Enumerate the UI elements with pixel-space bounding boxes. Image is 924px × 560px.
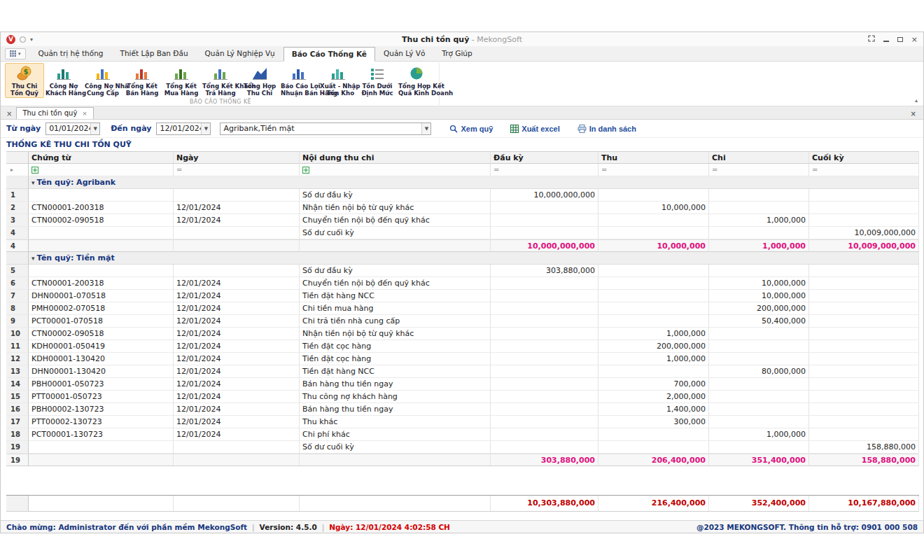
cell-cuoi-ky[interactable]: 158,880,000 bbox=[809, 441, 919, 454]
cell-ngay[interactable]: 12/01/2024 bbox=[174, 378, 300, 391]
cell-dau-ky[interactable] bbox=[491, 365, 598, 378]
menu-tab-2[interactable]: Quản Lý Nghiệp Vụ bbox=[197, 46, 284, 61]
group-collapse-icon[interactable]: ▾ bbox=[31, 255, 35, 262]
cell-chi[interactable] bbox=[709, 403, 809, 416]
cell-noi-dung[interactable]: Tiền đặt cọc hàng bbox=[300, 353, 491, 365]
cell-dau-ky[interactable] bbox=[491, 391, 598, 403]
table-row[interactable]: 4Số dư cuối kỳ10,009,000,000 bbox=[6, 227, 919, 239]
column-header-4[interactable]: Thu bbox=[598, 151, 709, 164]
cell-ngay[interactable]: 12/01/2024 bbox=[174, 277, 300, 290]
table-row[interactable]: 14PBH00001-05072312/01/2024Bán hàng thu … bbox=[6, 378, 919, 391]
cell-dau-ky[interactable] bbox=[491, 315, 598, 328]
table-row[interactable]: 17PTT00002-13072312/01/2024Thu khác300,0… bbox=[6, 416, 919, 428]
export-excel-button[interactable]: Xuất excel bbox=[504, 123, 566, 134]
doc-tab-thu-chi-ton-quy[interactable]: Thu chi tồn quỹ × bbox=[16, 107, 93, 119]
cell-chung-tu[interactable]: PCT00001-070518 bbox=[29, 315, 174, 328]
filter-cell-2[interactable] bbox=[300, 164, 491, 176]
cell-thu[interactable] bbox=[598, 265, 709, 277]
cell-dau-ky[interactable] bbox=[491, 428, 598, 441]
cell-chung-tu[interactable]: CTN00002-090518 bbox=[29, 214, 174, 227]
column-header-2[interactable]: Nội dung thu chi bbox=[300, 151, 491, 164]
cell-ngay[interactable]: 12/01/2024 bbox=[174, 416, 300, 428]
cell-ngay[interactable]: 12/01/2024 bbox=[174, 340, 300, 353]
cell-chung-tu[interactable]: CTN00001-200318 bbox=[29, 202, 174, 214]
cell-dau-ky[interactable] bbox=[491, 403, 598, 416]
cell-chi[interactable] bbox=[709, 441, 809, 454]
cell-cuoi-ky[interactable] bbox=[809, 340, 919, 353]
cell-chung-tu[interactable]: PBH00002-130723 bbox=[29, 403, 174, 416]
table-row[interactable]: 11KDH00001-05041912/01/2024Tiền đặt cọc … bbox=[6, 340, 919, 353]
column-header-5[interactable]: Chi bbox=[709, 151, 809, 164]
cell-thu[interactable] bbox=[598, 441, 709, 454]
cell-noi-dung[interactable]: Số dư đầu kỳ bbox=[300, 189, 491, 202]
cell-dau-ky[interactable] bbox=[491, 202, 598, 214]
close-all-tabs-icon[interactable]: × bbox=[5, 110, 16, 119]
ribbon-item-7[interactable]: Báo Cáo LợiNhuận Bán Hàng bbox=[279, 63, 318, 98]
menu-tab-4[interactable]: Quản Lý Vỏ bbox=[375, 46, 433, 61]
cell-chung-tu[interactable]: PTT00002-130723 bbox=[29, 416, 174, 428]
cell-chi[interactable] bbox=[709, 265, 809, 277]
fullscreen-button[interactable] bbox=[868, 35, 875, 43]
cell-dau-ky[interactable] bbox=[491, 441, 598, 454]
cell-thu[interactable] bbox=[598, 227, 709, 239]
view-fund-button[interactable]: Xem quỹ bbox=[443, 123, 499, 134]
menu-tab-5[interactable]: Trợ Giúp bbox=[433, 46, 480, 61]
cell-chung-tu[interactable] bbox=[29, 441, 174, 454]
table-row[interactable]: 15PTT00001-05072312/01/2024Thu công nợ k… bbox=[6, 391, 919, 403]
cell-thu[interactable] bbox=[598, 302, 709, 315]
cell-cuoi-ky[interactable] bbox=[809, 365, 919, 378]
cell-cuoi-ky[interactable] bbox=[809, 391, 919, 403]
cell-cuoi-ky[interactable]: 10,009,000,000 bbox=[809, 227, 919, 239]
menu-tab-0[interactable]: Quản trị hệ thống bbox=[30, 46, 112, 61]
maximize-button[interactable] bbox=[897, 36, 903, 43]
cell-chung-tu[interactable]: DHN00001-130420 bbox=[29, 365, 174, 378]
cell-chi[interactable]: 50,400,000 bbox=[709, 315, 809, 328]
from-date-input[interactable]: 01/01/2024 ▼ bbox=[46, 122, 100, 135]
cell-thu[interactable] bbox=[598, 214, 709, 227]
group-row-1[interactable]: ▾Tên quỹ: Tiền mặt bbox=[6, 252, 919, 265]
table-row[interactable]: 8PMH00002-07051812/01/2024Chi tiền mua h… bbox=[6, 302, 919, 315]
ribbon-item-4[interactable]: Tổng KếtMua Hàng bbox=[162, 63, 201, 98]
cell-thu[interactable] bbox=[598, 428, 709, 441]
cell-chung-tu[interactable]: PCT00001-130723 bbox=[29, 428, 174, 441]
cell-noi-dung[interactable]: Số dư cuối kỳ bbox=[300, 227, 491, 239]
table-row[interactable]: 9PCT00001-07051812/01/2024Chi trả tiền n… bbox=[6, 315, 919, 328]
cell-chi[interactable] bbox=[709, 378, 809, 391]
cell-noi-dung[interactable]: Nhận tiền nội bộ từ quỹ khác bbox=[300, 202, 491, 214]
close-button[interactable]: × bbox=[911, 36, 918, 43]
from-date-dropdown-icon[interactable]: ▼ bbox=[90, 123, 99, 134]
table-row[interactable]: 19Số dư cuối kỳ158,880,000 bbox=[6, 441, 919, 454]
filter-cell-6[interactable]: = bbox=[809, 164, 919, 176]
cell-dau-ky[interactable] bbox=[491, 277, 598, 290]
cell-dau-ky[interactable]: 303,880,000 bbox=[491, 265, 598, 277]
ribbon-item-8[interactable]: Xuất - Nhập- Tồn Kho bbox=[318, 63, 358, 98]
cell-noi-dung[interactable]: Chi trả tiền nhà cung cấp bbox=[300, 315, 491, 328]
cell-thu[interactable]: 1,000,000 bbox=[598, 328, 709, 340]
cell-ngay[interactable] bbox=[174, 227, 300, 239]
cell-thu[interactable] bbox=[598, 365, 709, 378]
column-header-6[interactable]: Cuối kỳ bbox=[809, 151, 919, 164]
cell-thu[interactable]: 300,000 bbox=[598, 416, 709, 428]
cell-thu[interactable] bbox=[598, 315, 709, 328]
cell-chi[interactable]: 200,000,000 bbox=[709, 302, 809, 315]
cell-chung-tu[interactable]: PTT00001-050723 bbox=[29, 391, 174, 403]
cell-ngay[interactable]: 12/01/2024 bbox=[174, 428, 300, 441]
cell-dau-ky[interactable] bbox=[491, 302, 598, 315]
cell-chung-tu[interactable] bbox=[29, 265, 174, 277]
cell-chi[interactable] bbox=[709, 340, 809, 353]
table-row[interactable]: 5Số dư đầu kỳ303,880,000 bbox=[6, 265, 919, 277]
cell-cuoi-ky[interactable] bbox=[809, 378, 919, 391]
cell-noi-dung[interactable]: Chuyển tiền nội bộ đến quỹ khác bbox=[300, 277, 491, 290]
cell-ngay[interactable] bbox=[174, 265, 300, 277]
ribbon-item-0[interactable]: $Thu ChiTồn Quỹ bbox=[5, 63, 44, 98]
cell-noi-dung[interactable]: Nhận tiền nội bộ từ quỹ khác bbox=[300, 328, 491, 340]
cell-cuoi-ky[interactable] bbox=[809, 353, 919, 365]
to-date-input[interactable]: 12/01/2024 ▼ bbox=[156, 122, 211, 135]
filter-cell-3[interactable]: = bbox=[491, 164, 598, 176]
doc-tab-close-icon[interactable]: × bbox=[82, 110, 88, 117]
cell-thu[interactable]: 700,000 bbox=[598, 378, 709, 391]
cell-thu[interactable] bbox=[598, 290, 709, 302]
cell-chi[interactable]: 80,000,000 bbox=[709, 365, 809, 378]
cell-chi[interactable] bbox=[709, 202, 809, 214]
cell-chi[interactable] bbox=[709, 353, 809, 365]
